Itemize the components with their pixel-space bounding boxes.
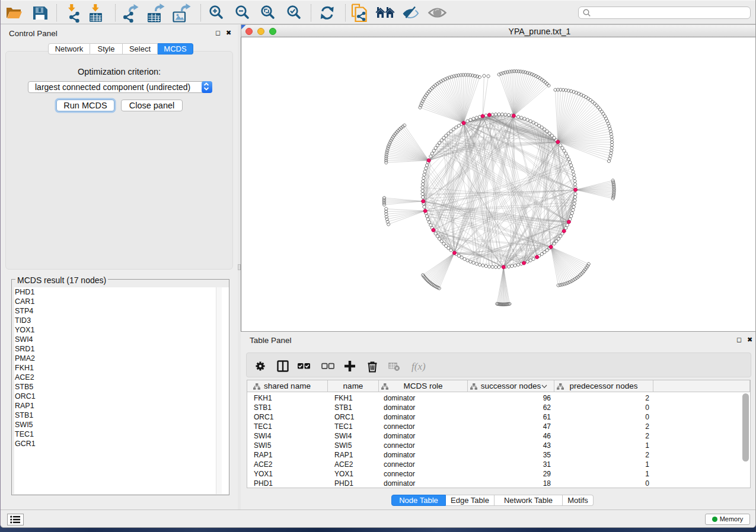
svg-text:f(x): f(x) [412, 361, 426, 372]
